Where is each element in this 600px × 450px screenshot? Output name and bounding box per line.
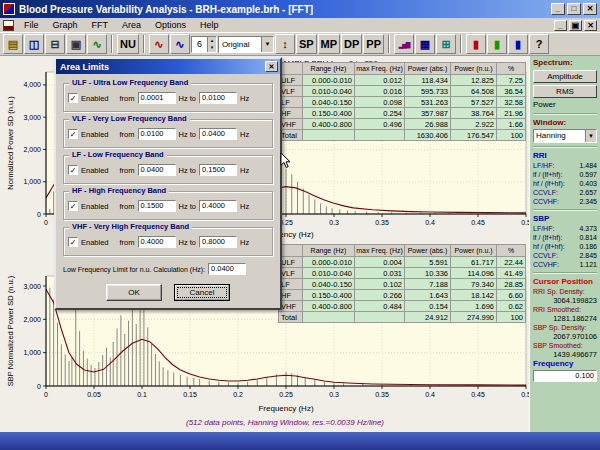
rms-button[interactable]: RMS: [533, 85, 597, 98]
enabled-checkbox[interactable]: ✓: [68, 237, 78, 247]
help-button[interactable]: ?: [529, 34, 549, 54]
sbp-spectrum-button[interactable]: ∿: [170, 34, 190, 54]
svg-text:1,000: 1,000: [23, 349, 41, 356]
band-to-input[interactable]: 0.4000: [199, 200, 237, 212]
band-to-input[interactable]: 0.1500: [199, 164, 237, 176]
copy-button[interactable]: ▣: [66, 34, 86, 54]
save-button[interactable]: ◫: [24, 34, 44, 54]
value-cell: 6.60: [497, 290, 526, 301]
fft-window-icon[interactable]: [3, 20, 14, 31]
band-from-input[interactable]: 0.0001: [138, 92, 176, 104]
sp-button[interactable]: SP: [296, 34, 317, 54]
rri-spectrum-button[interactable]: ∿: [149, 34, 169, 54]
spin-up-icon[interactable]: ▴: [208, 37, 216, 45]
mp-button[interactable]: MP: [318, 34, 341, 54]
band-title: LF - Low Frequency Band: [69, 150, 167, 159]
enabled-checkbox[interactable]: ✓: [68, 129, 78, 139]
menu-file[interactable]: File: [17, 18, 46, 32]
value-cell: 0.484: [355, 301, 405, 312]
table-view-button[interactable]: ▦: [415, 34, 435, 54]
window-function-select[interactable]: Hanning ▼: [533, 129, 597, 143]
enabled-checkbox[interactable]: ✓: [68, 165, 78, 175]
value-cell: 61.717: [451, 257, 497, 268]
nu-toggle-button[interactable]: NU: [117, 34, 139, 54]
menu-options[interactable]: Options: [148, 18, 193, 32]
band-name-cell: ULF: [279, 257, 303, 268]
cursor-mode-button[interactable]: ↕: [275, 34, 295, 54]
menu-fft[interactable]: FFT: [85, 18, 116, 32]
value-cell: 5.591: [405, 257, 451, 268]
marker-blue-button[interactable]: ▮: [508, 34, 528, 54]
band-to-input[interactable]: 0.8000: [199, 236, 237, 248]
preview-button[interactable]: ∿: [87, 34, 107, 54]
svg-text:Normalized Power SD (n.u.): Normalized Power SD (n.u.): [6, 96, 15, 190]
band-from-input[interactable]: 0.1500: [138, 200, 176, 212]
toolbar-separator: [143, 35, 145, 53]
from-label: from: [120, 130, 135, 139]
hz-to-label: Hz to: [179, 94, 197, 103]
table-row: HF0.150-0.4000.2661.64318.1426.60: [279, 290, 526, 301]
svg-text:0: 0: [37, 211, 41, 218]
dp-button[interactable]: DP: [341, 34, 362, 54]
stat-value: 4.373: [579, 224, 597, 233]
pp-button[interactable]: PP: [363, 34, 384, 54]
mdi-restore-button[interactable]: ▣: [569, 20, 582, 31]
mdi-minimize-button[interactable]: _: [554, 20, 567, 31]
dialog-titlebar[interactable]: Area Limits ✕: [56, 59, 280, 74]
value-cell: 79.340: [451, 279, 497, 290]
titlebar[interactable]: Blood Pressure Variability Analysis - BR…: [0, 0, 600, 18]
value-cell: 100: [497, 312, 526, 323]
band-to-input[interactable]: 0.0100: [199, 92, 237, 104]
menu-graph[interactable]: Graph: [46, 18, 85, 32]
column-header: [279, 63, 303, 75]
column-header: [279, 245, 303, 257]
band-group-vhf: VHF - Very High Frequency Band✓Enabledfr…: [63, 227, 273, 256]
ok-button[interactable]: OK: [106, 284, 162, 301]
hz-label: Hz: [240, 166, 249, 175]
divider: [533, 209, 597, 211]
rri-band-table: Range (Hz)max Freq. (Hz)Power (abs.)Powe…: [278, 62, 526, 141]
amplitude-button[interactable]: Amplitude: [533, 70, 597, 83]
band-name-cell: HF: [279, 290, 303, 301]
cursor-stat-label: SBP Sp. Density:: [533, 323, 597, 332]
table-row: VHF0.400-0.8000.4840.1541.6960.62: [279, 301, 526, 312]
cancel-button[interactable]: Cancel: [174, 284, 230, 301]
svg-text:0.3: 0.3: [329, 219, 339, 226]
value-cell: 0.254: [355, 108, 405, 119]
band-to-input[interactable]: 0.0400: [199, 128, 237, 140]
print-button[interactable]: ⊟: [45, 34, 65, 54]
band-from-input[interactable]: 0.0400: [138, 164, 176, 176]
enabled-checkbox[interactable]: ✓: [68, 201, 78, 211]
table-row: VLF0.010-0.0400.016595.73364.50836.54: [279, 86, 526, 97]
menu-area[interactable]: Area: [115, 18, 148, 32]
value-cell: 21.96: [497, 108, 526, 119]
stat-row: hf / (lf+hf):0.403: [533, 179, 597, 188]
minimize-button[interactable]: _: [551, 3, 565, 15]
grid-button[interactable]: ⊞: [436, 34, 456, 54]
dialog-close-button[interactable]: ✕: [265, 61, 278, 72]
marker-green-button[interactable]: ▮: [487, 34, 507, 54]
band-from-input[interactable]: 0.0100: [138, 128, 176, 140]
scale-select[interactable]: Original▼: [218, 36, 274, 53]
stat-value: 0.814: [579, 233, 597, 242]
cursor-stat-value: 2067.970106: [533, 332, 597, 341]
enabled-checkbox[interactable]: ✓: [68, 93, 78, 103]
frequency-label: Frequency: [533, 359, 597, 369]
marker-red-button[interactable]: ▮: [466, 34, 486, 54]
open-file-button[interactable]: ▤: [3, 34, 23, 54]
band-group-lf: LF - Low Frequency Band✓Enabledfrom0.040…: [63, 155, 273, 184]
stat-value: 1.121: [579, 260, 597, 269]
stat-label: CCVLF:: [533, 251, 558, 260]
smoothing-spinner[interactable]: 6▴▾: [191, 36, 217, 53]
maximize-button[interactable]: □: [567, 3, 581, 15]
mdi-close-button[interactable]: ✕: [584, 20, 597, 31]
menu-help[interactable]: Help: [193, 18, 226, 32]
band-title: VHF - Very High Frequency Band: [69, 222, 192, 231]
band-from-input[interactable]: 0.4000: [138, 236, 176, 248]
value-cell: 0.004: [355, 257, 405, 268]
close-button[interactable]: ✕: [583, 3, 597, 15]
spin-down-icon[interactable]: ▾: [208, 44, 216, 52]
nu-limit-input[interactable]: 0.0400: [208, 263, 246, 275]
table-row: LF0.040-0.1500.098531.26357.52732.58: [279, 97, 526, 108]
histogram-button[interactable]: ▂▅▇: [394, 34, 414, 54]
